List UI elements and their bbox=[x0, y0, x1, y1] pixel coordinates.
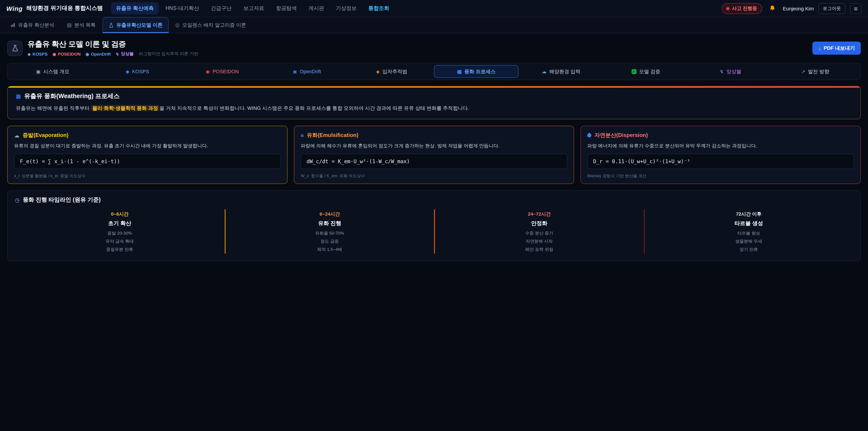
cloud-icon: ☁ bbox=[14, 132, 20, 138]
card-title-row: ☁ 증발(Evaporation) bbox=[14, 131, 281, 139]
section-item-ensemble[interactable]: ↯ 앙상블 bbox=[688, 65, 773, 78]
app-logo[interactable]: Wing 해양환경 위기대응 통합시스템 bbox=[6, 4, 103, 12]
card-title: 자연분산(Dispersion) bbox=[594, 131, 648, 139]
stage-time: 24~72시간 bbox=[439, 211, 639, 218]
timeline-stage-emulsification: 6~24시간 유화 진행 유화율 50-70% 점도 급증 체적 1.5~4배 bbox=[224, 210, 434, 254]
droplet-icon bbox=[586, 132, 592, 138]
check-icon: ✓ bbox=[631, 69, 636, 74]
page-header-text: 유출유 확산 모델 이론 및 검증 ◆ KOSPS ◉ POSEIDON ◉ O… bbox=[28, 39, 198, 57]
card-title: 유화(Emulsification) bbox=[307, 131, 358, 139]
card-emulsification: ≈ 유화(Emulsification) 파랑에 의해 해수가 유류에 혼입되어… bbox=[294, 126, 574, 184]
nav-item-emergency-rescue[interactable]: 긴급구난 bbox=[206, 2, 237, 14]
section-item-label: KOSPS bbox=[132, 69, 149, 74]
section-item-label: 시스템 개요 bbox=[43, 68, 69, 75]
tab-diffusion-model-theory[interactable]: 유출유확산모델 이론 bbox=[102, 17, 168, 33]
model-badge-row: ◆ KOSPS ◉ POSEIDON ◉ OpenDrift ↯ 앙상블 라그랑… bbox=[28, 51, 198, 57]
section-item-opendrift[interactable]: ◉ OpenDrift bbox=[265, 65, 349, 78]
emulsification-formula: dW_c/dt = K_em·U_w²·(1-W_c/W_max) bbox=[301, 154, 567, 169]
badge-label: KOSPS bbox=[33, 52, 48, 57]
notification-bell-button[interactable] bbox=[767, 2, 778, 14]
nav-item-hns-air-diffusion[interactable]: HNS·대기확산 bbox=[161, 2, 204, 14]
card-description: 파랑 에너지에 의해 유류가 수중으로 분산되어 유막 두께가 감소하는 과정입… bbox=[587, 143, 854, 149]
nav-item-oil-spill-prediction[interactable]: 유출유 확산예측 bbox=[111, 2, 159, 14]
desc-pre: 유출유는 해면에 유출된 직후부터 bbox=[16, 105, 91, 111]
tab-label: 유출유 확산분석 bbox=[18, 22, 54, 29]
nav-item-board[interactable]: 게시판 bbox=[304, 2, 329, 14]
target-icon: ◉ bbox=[206, 69, 210, 74]
stage-phase: 타르볼 생성 bbox=[649, 220, 848, 227]
section-item-ocean-environment-input[interactable]: ☁ 해양환경 입력 bbox=[519, 65, 603, 78]
timeline-stage-tarball: 72시간 이후 타르볼 생성 타르볼 형성 생물분해 우세 장기 잔류 bbox=[644, 210, 853, 254]
badge-label: 앙상블 bbox=[121, 51, 134, 57]
stage-detail: 점도 급증 bbox=[230, 238, 430, 245]
stage-detail: 해안 표착 위험 bbox=[439, 246, 639, 253]
weathering-timeline-panel: ◷ 풍화 진행 타임라인 (원유 기준) 0~6시간 초기 확산 증발 20-3… bbox=[7, 190, 861, 261]
dispersion-formula: D_r = 0.11·(U_w+U_c)²·(1+U_w)⁻¹ bbox=[587, 154, 854, 169]
pdf-export-button[interactable]: ↓ PDF 내보내기 bbox=[813, 41, 861, 55]
nav-item-reports[interactable]: 보고자료 bbox=[239, 2, 269, 14]
grid-icon: ▦ bbox=[457, 69, 462, 74]
stage-time: 72시간 이후 bbox=[649, 211, 848, 218]
page-subtitle: 라그랑지안 입자추적 이론 기반 bbox=[139, 51, 198, 57]
app-root: Wing 해양환경 위기대응 통합시스템 유출유 확산예측 HNS·대기확산 긴… bbox=[0, 0, 868, 431]
tab-label: 유출유확산모델 이론 bbox=[116, 22, 162, 29]
tab-label: 분석 목록 bbox=[74, 22, 96, 29]
badge-label: OpenDrift bbox=[91, 52, 111, 57]
tab-analysis-list[interactable]: ▤ 분석 목록 bbox=[61, 17, 101, 33]
badge-poseidon: ◉ POSEIDON bbox=[53, 52, 81, 57]
section-item-system-overview[interactable]: ▣ 시스템 개요 bbox=[10, 65, 95, 78]
card-title: 증발(Evaporation) bbox=[23, 131, 68, 139]
page-title: 유출유 확산 모델 이론 및 검증 bbox=[28, 39, 198, 49]
section-item-poseidon[interactable]: ◉ POSEIDON bbox=[180, 65, 265, 78]
stage-detail: 자연분해 시작 bbox=[439, 238, 639, 245]
tab-label: 오일펜스 배치 알고리즘 이론 bbox=[182, 22, 246, 29]
section-nav: ▣ 시스템 개요 ◆ KOSPS ◉ POSEIDON ◉ OpenDrift … bbox=[7, 63, 861, 80]
stage-detail: 중질유분 잔류 bbox=[20, 246, 220, 253]
timeline-stages: 0~6시간 초기 확산 증발 20-30% 유막 급속 확대 중질유분 잔류 6… bbox=[15, 210, 853, 254]
timeline-title-row: ◷ 풍화 진행 타임라인 (원유 기준) bbox=[15, 196, 853, 204]
badge-kosps: ◆ KOSPS bbox=[28, 52, 48, 57]
logout-button[interactable]: 로그아웃 bbox=[818, 3, 845, 14]
page-icon-box bbox=[7, 40, 23, 56]
badge-label: POSEIDON bbox=[58, 52, 81, 57]
compass-icon: ◈ bbox=[376, 69, 380, 74]
diamond-icon: ◆ bbox=[28, 52, 31, 56]
bar-chart-icon bbox=[10, 23, 16, 28]
nav-item-aerial-search[interactable]: 항공탐색 bbox=[271, 2, 302, 14]
nav-item-weather-info[interactable]: 기상정보 bbox=[331, 2, 362, 14]
clock-icon: ◷ bbox=[15, 197, 20, 204]
section-item-model-validation[interactable]: ✓ 모델 검증 bbox=[603, 65, 688, 78]
section-item-future-direction[interactable]: ↗ 발전 방향 bbox=[773, 65, 858, 78]
section-item-label: 발전 방향 bbox=[808, 68, 829, 75]
target-icon: ◉ bbox=[53, 52, 56, 56]
section-item-label: 앙상블 bbox=[726, 68, 741, 75]
download-icon: ↓ bbox=[818, 45, 821, 51]
timeline-title: 풍화 진행 타임라인 (원유 기준) bbox=[23, 196, 101, 204]
stage-detail: 체적 1.5~4배 bbox=[230, 246, 430, 253]
stage-phase: 초기 확산 bbox=[20, 220, 220, 227]
stage-detail: 장기 잔류 bbox=[649, 246, 848, 253]
top-navigation-bar: Wing 해양환경 위기대응 통합시스템 유출유 확산예측 HNS·대기확산 긴… bbox=[0, 0, 868, 17]
monitor-icon: ▣ bbox=[36, 69, 40, 74]
target-icon: ◉ bbox=[86, 52, 89, 56]
section-item-particle-tracking[interactable]: ◈ 입자추적법 bbox=[349, 65, 434, 78]
lightning-icon: ↯ bbox=[116, 52, 119, 56]
secondary-tab-bar: 유출유 확산분석 ▤ 분석 목록 유출유확산모델 이론 ◎ 오일펜스 배치 알고… bbox=[0, 17, 868, 33]
stage-time: 0~6시간 bbox=[20, 211, 220, 218]
incident-status-badge[interactable]: 사고 진행중 bbox=[721, 3, 762, 14]
tab-oil-spill-analysis[interactable]: 유출유 확산분석 bbox=[4, 17, 60, 33]
badge-ensemble: ↯ 앙상블 bbox=[116, 51, 134, 57]
lightning-icon: ↯ bbox=[720, 69, 724, 74]
rocket-icon: ↗ bbox=[801, 69, 805, 74]
section-item-weathering-process[interactable]: ▦ 풍화 프로세스 bbox=[434, 65, 519, 78]
section-item-label: 해양환경 입력 bbox=[549, 68, 581, 75]
nav-item-integrated-search[interactable]: 통합조회 bbox=[364, 2, 394, 14]
card-title-row: ≈ 유화(Emulsification) bbox=[301, 131, 567, 139]
section-item-kosps[interactable]: ◆ KOSPS bbox=[95, 65, 180, 78]
card-dispersion: 자연분산(Dispersion) 파랑 에너지에 의해 유류가 수중으로 분산되… bbox=[581, 126, 861, 184]
card-description: 유류의 경질 성분이 대기로 증발하는 과정. 유출 초기 수시간 내에 가장 … bbox=[14, 143, 281, 149]
tab-oil-fence-algorithm-theory[interactable]: ◎ 오일펜스 배치 알고리즘 이론 bbox=[169, 17, 252, 33]
menu-icon[interactable]: ≡ bbox=[850, 3, 862, 14]
badge-opendrift: ◉ OpenDrift bbox=[86, 52, 111, 57]
stage-detail: 수중 분산 증가 bbox=[439, 230, 639, 237]
